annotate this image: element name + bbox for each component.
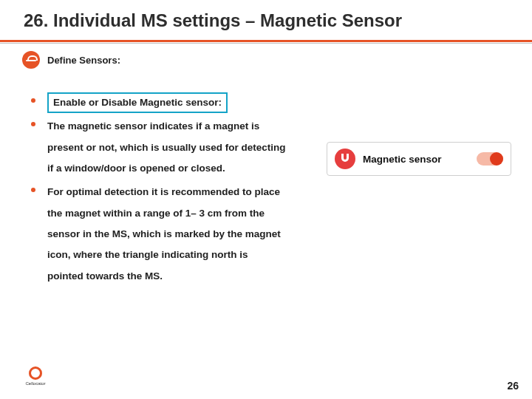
- bullet-text: The magnetic sensor indicates if a magne…: [47, 116, 287, 179]
- magnet-icon: [335, 149, 355, 169]
- subhead-label: Define Sensors:: [47, 55, 120, 66]
- bullet-item: For optimal detection it is recommended …: [31, 182, 287, 287]
- sensor-icon: [22, 51, 40, 69]
- bullet-text: For optimal detection it is recommended …: [47, 182, 287, 287]
- title-underline-accent: [0, 40, 532, 42]
- card-label: Magnetic sensor: [363, 154, 469, 165]
- bullet-dot-icon: [31, 122, 35, 126]
- bullet-dot-icon: [31, 188, 35, 192]
- magnetic-sensor-toggle[interactable]: [477, 152, 503, 166]
- bullet-text-boxed: Enable or Disable Magnetic sensor:: [47, 92, 228, 113]
- slide-title: 26. Individual MS settings – Magnetic Se…: [0, 0, 532, 40]
- brand-logo: Cellocator: [21, 364, 50, 389]
- page-number: 26: [507, 380, 519, 392]
- brand-logo-text: Cellocator: [25, 381, 45, 386]
- brand-logo-mark: [29, 366, 42, 380]
- bullet-item: Enable or Disable Magnetic sensor:: [31, 92, 287, 113]
- subhead-row: Define Sensors:: [0, 44, 532, 73]
- bullet-dot-icon: [31, 98, 35, 103]
- bullets-container: Enable or Disable Magnetic sensor: The m…: [0, 73, 310, 287]
- magnetic-sensor-card: Magnetic sensor: [327, 142, 511, 176]
- toggle-knob: [490, 152, 503, 166]
- bullet-item: The magnetic sensor indicates if a magne…: [31, 116, 287, 179]
